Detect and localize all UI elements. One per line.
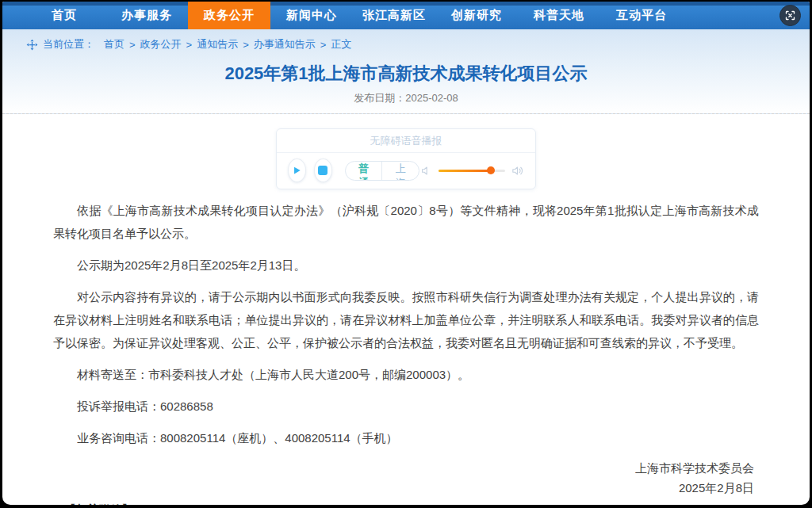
paragraph: 依据《上海市高新技术成果转化项目认定办法》（沪科规〔2020〕8号）等文件精神，… — [53, 199, 759, 245]
stop-button[interactable] — [314, 159, 332, 182]
nav-item-label: 科普天地 — [534, 8, 584, 23]
article-body: 依据《上海市高新技术成果转化项目认定办法》（沪科规〔2020〕8号）等文件精神，… — [2, 199, 810, 505]
nav-item-innovation-research[interactable]: 创新研究 — [435, 2, 518, 29]
nav-item-interaction-platform[interactable]: 互动平台 — [600, 2, 683, 29]
attachments-heading: 【相关附件】 — [64, 502, 759, 505]
nav-item-label: 新闻中心 — [286, 8, 337, 23]
volume-control — [419, 164, 524, 178]
player-title: 无障碍语音播报 — [277, 129, 535, 153]
publish-date-label: 发布日期： — [354, 92, 405, 104]
nav-item-gov-disclosure[interactable]: 政务公开 — [188, 2, 270, 29]
nav-item-zhangjiang[interactable]: 张江高新区 — [353, 2, 435, 29]
breadcrumb-separator: > — [129, 39, 136, 51]
audio-player: 无障碍语音播报 普通话 上海话 — [276, 128, 536, 189]
screen-capture-icon — [784, 10, 796, 21]
play-icon — [291, 165, 302, 176]
nav-item-services[interactable]: 办事服务 — [105, 2, 188, 29]
screen-capture-button[interactable] — [779, 5, 801, 26]
volume-high-icon — [511, 164, 524, 178]
breadcrumb-separator: > — [320, 39, 327, 51]
nav-item-label: 互动平台 — [616, 8, 667, 23]
paragraph: 材料寄送至：市科委科技人才处（上海市人民大道200号，邮编200003）。 — [53, 363, 759, 386]
nav-item-label: 张江高新区 — [362, 8, 426, 23]
nav-item-home[interactable]: 首页 — [23, 2, 105, 29]
player-controls: 普通话 上海话 — [277, 153, 535, 189]
signature-block: 上海市科学技术委员会 2025年2月8日 — [53, 458, 759, 498]
volume-slider-fill — [439, 170, 491, 172]
paragraph: 业务咨询电话：8008205114（座机）、4008205114（手机） — [53, 426, 759, 449]
stop-icon — [318, 166, 327, 175]
play-button[interactable] — [288, 159, 306, 182]
page-title: 2025年第1批上海市高新技术成果转化项目公示 — [2, 63, 810, 85]
nav-item-news-center[interactable]: 新闻中心 — [270, 2, 353, 29]
breadcrumb-separator: > — [243, 39, 249, 51]
nav-item-label: 政务公开 — [204, 8, 255, 23]
breadcrumb-separator: > — [186, 39, 193, 51]
nav-item-science-popularization[interactable]: 科普天地 — [518, 2, 600, 29]
paragraph: 对公示内容持有异议的，请于公示期内以书面形式向我委反映。按照市科研失信行为调查处… — [53, 285, 759, 354]
signature-date: 2025年2月8日 — [53, 478, 754, 498]
publish-date: 发布日期：2025-02-08 — [2, 91, 810, 105]
volume-slider[interactable] — [439, 170, 505, 172]
volume-low-icon — [419, 164, 433, 178]
language-mandarin-button[interactable]: 普通话 — [346, 162, 382, 180]
nav-item-label: 创新研究 — [451, 8, 502, 23]
page: 首页 办事服务 政务公开 新闻中心 张江高新区 创新研究 科普天地 互动平台 — [2, 2, 810, 505]
nav-item-label: 办事服务 — [121, 8, 172, 23]
top-navigation: 首页 办事服务 政务公开 新闻中心 张江高新区 创新研究 科普天地 互动平台 — [2, 2, 810, 29]
signature-org: 上海市科学技术委员会 — [53, 458, 754, 478]
breadcrumb-home[interactable]: 首页 — [104, 37, 124, 52]
paragraph: 公示期为2025年2月8日至2025年2月13日。 — [53, 254, 759, 277]
article-header: 当前位置： 首页 > 政务公开 > 通知告示 > 办事通知告示 > 正文 202… — [2, 29, 810, 114]
breadcrumb: 当前位置： 首页 > 政务公开 > 通知告示 > 办事通知告示 > 正文 — [2, 36, 810, 52]
paragraph: 投诉举报电话：60286858 — [53, 395, 759, 418]
nav-item-label: 首页 — [52, 8, 77, 23]
breadcrumb-label: 当前位置： — [43, 37, 94, 52]
breadcrumb-notices[interactable]: 通知告示 — [197, 37, 238, 52]
breadcrumb-gov-disclosure[interactable]: 政务公开 — [140, 37, 182, 52]
language-shanghainese-button[interactable]: 上海话 — [381, 162, 419, 180]
language-toggle: 普通话 上海话 — [345, 161, 419, 181]
publish-date-value: 2025-02-08 — [405, 92, 458, 104]
move-icon — [26, 39, 38, 51]
attachments-section: 【相关附件】 • 2025年第1批拟认定上海市高新技术成果转化项目名单.pdf — [53, 502, 759, 505]
breadcrumb-current-page: 正文 — [331, 37, 351, 52]
breadcrumb-service-notices[interactable]: 办事通知告示 — [254, 37, 316, 52]
volume-slider-thumb[interactable] — [487, 166, 495, 174]
